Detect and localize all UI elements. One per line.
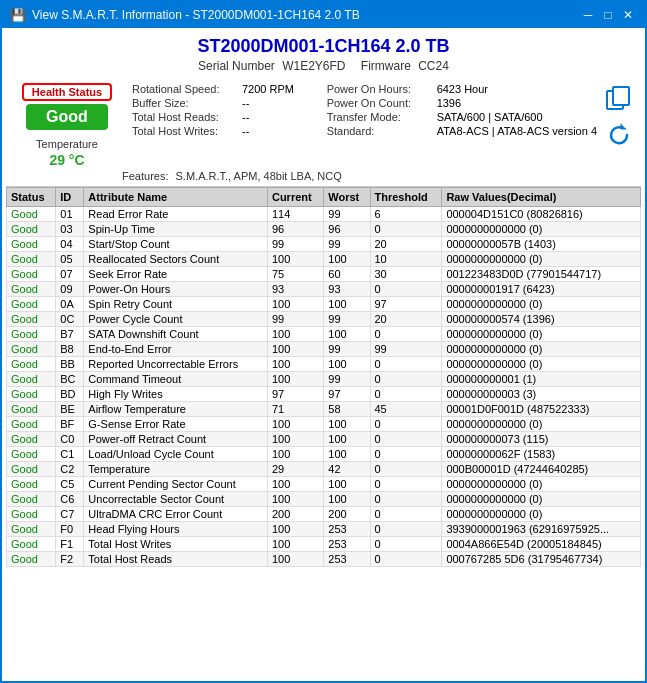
spec-power-on-count: Power On Count: 1396 xyxy=(327,97,597,109)
table-row: GoodC1Load/Unload Cycle Count10010000000… xyxy=(7,447,641,462)
copy-icon[interactable] xyxy=(603,83,635,115)
minimize-button[interactable]: ─ xyxy=(579,6,597,24)
col-attribute: Attribute Name xyxy=(84,188,268,207)
refresh-icon[interactable] xyxy=(603,119,635,151)
info-panel: Health Status Good Temperature 29 °C Rot… xyxy=(2,83,645,168)
col-threshold: Threshold xyxy=(370,188,442,207)
table-row: GoodC5Current Pending Sector Count100100… xyxy=(7,477,641,492)
table-row: GoodBBReported Uncorrectable Errors10010… xyxy=(7,357,641,372)
col-current: Current xyxy=(267,188,323,207)
specs-section: Rotational Speed: 7200 RPM Buffer Size: … xyxy=(122,83,597,139)
table-row: GoodBCCommand Timeout100990000000000001 … xyxy=(7,372,641,387)
svg-rect-1 xyxy=(613,87,629,105)
spec-buffer-size: Buffer Size: -- xyxy=(132,97,327,109)
drive-subtitle: Serial Number W1E2Y6FD Firmware CC24 xyxy=(12,59,635,73)
content-area: ST2000DM001-1CH164 2.0 TB Serial Number … xyxy=(2,28,645,681)
app-icon: 💾 xyxy=(10,8,26,23)
table-row: Good0ASpin Retry Count100100970000000000… xyxy=(7,297,641,312)
table-row: Good07Seek Error Rate756030001223483D0D … xyxy=(7,267,641,282)
health-value: Good xyxy=(26,104,108,130)
table-row: GoodC6Uncorrectable Sector Count10010000… xyxy=(7,492,641,507)
table-body: Good01Read Error Rate114996000004D151C0 … xyxy=(7,207,641,567)
firmware-value: CC24 xyxy=(418,59,449,73)
table-header-row: Status ID Attribute Name Current Worst T… xyxy=(7,188,641,207)
col-worst: Worst xyxy=(324,188,370,207)
spec-rotational-speed: Rotational Speed: 7200 RPM xyxy=(132,83,327,95)
title-bar: 💾 View S.M.A.R.T. Information - ST2000DM… xyxy=(2,2,645,28)
table-row: GoodC0Power-off Retract Count10010000000… xyxy=(7,432,641,447)
table-row: GoodC7UltraDMA CRC Error Count2002000000… xyxy=(7,507,641,522)
temperature-value: 29 °C xyxy=(49,152,84,168)
window-title: View S.M.A.R.T. Information - ST2000DM00… xyxy=(32,8,360,22)
table-row: Good04Start/Stop Count99992000000000057B… xyxy=(7,237,641,252)
close-button[interactable]: ✕ xyxy=(619,6,637,24)
serial-label: Serial Number xyxy=(198,59,275,73)
table-row: Good01Read Error Rate114996000004D151C0 … xyxy=(7,207,641,222)
serial-value: W1E2Y6FD xyxy=(282,59,345,73)
temperature-label: Temperature xyxy=(36,138,98,150)
maximize-button[interactable]: □ xyxy=(599,6,617,24)
col-id: ID xyxy=(56,188,84,207)
table-row: Good05Reallocated Sectors Count100100100… xyxy=(7,252,641,267)
spec-host-writes: Total Host Writes: -- xyxy=(132,125,327,137)
main-window: 💾 View S.M.A.R.T. Information - ST2000DM… xyxy=(0,0,647,683)
spec-transfer-mode: Transfer Mode: SATA/600 | SATA/600 xyxy=(327,111,597,123)
spec-power-on-hours: Power On Hours: 6423 Hour xyxy=(327,83,597,95)
icons-section xyxy=(597,83,635,151)
health-label: Health Status xyxy=(22,83,112,101)
health-section: Health Status Good Temperature 29 °C xyxy=(12,83,122,168)
col-raw: Raw Values(Decimal) xyxy=(442,188,641,207)
table-row: GoodBEAirflow Temperature71584500001D0F0… xyxy=(7,402,641,417)
table-row: GoodBDHigh Fly Writes97970000000000003 (… xyxy=(7,387,641,402)
table-row: Good09Power-On Hours93930000000001917 (6… xyxy=(7,282,641,297)
features-row: Features: S.M.A.R.T., APM, 48bit LBA, NC… xyxy=(2,168,645,186)
table-row: GoodF1Total Host Writes10025300004A866E5… xyxy=(7,537,641,552)
header-section: ST2000DM001-1CH164 2.0 TB Serial Number … xyxy=(2,28,645,83)
smart-table: Status ID Attribute Name Current Worst T… xyxy=(6,187,641,567)
drive-title: ST2000DM001-1CH164 2.0 TB xyxy=(12,36,635,57)
table-row: Good0CPower Cycle Count99992000000000057… xyxy=(7,312,641,327)
col-status: Status xyxy=(7,188,56,207)
title-bar-left: 💾 View S.M.A.R.T. Information - ST2000DM… xyxy=(10,8,360,23)
specs-left-col: Rotational Speed: 7200 RPM Buffer Size: … xyxy=(132,83,327,139)
features-value: S.M.A.R.T., APM, 48bit LBA, NCQ xyxy=(176,170,342,182)
features-label: Features: xyxy=(122,170,168,182)
table-row: Good03Spin-Up Time969600000000000000 (0) xyxy=(7,222,641,237)
table-section: Status ID Attribute Name Current Worst T… xyxy=(6,186,641,681)
spec-host-reads: Total Host Reads: -- xyxy=(132,111,327,123)
table-row: GoodB7SATA Downshift Count10010000000000… xyxy=(7,327,641,342)
table-row: GoodC2Temperature29420000B00001D (472446… xyxy=(7,462,641,477)
title-bar-buttons: ─ □ ✕ xyxy=(579,6,637,24)
spec-standard: Standard: ATA8-ACS | ATA8-ACS version 4 xyxy=(327,125,597,137)
firmware-label: Firmware xyxy=(361,59,411,73)
table-row: GoodBFG-Sense Error Rate1001000000000000… xyxy=(7,417,641,432)
table-row: GoodF0Head Flying Hours10025303939000001… xyxy=(7,522,641,537)
table-row: GoodB8End-to-End Error100999900000000000… xyxy=(7,342,641,357)
specs-right-col: Power On Hours: 6423 Hour Power On Count… xyxy=(327,83,597,139)
table-row: GoodF2Total Host Reads1002530000767285 5… xyxy=(7,552,641,567)
table-wrapper[interactable]: Status ID Attribute Name Current Worst T… xyxy=(6,187,641,567)
